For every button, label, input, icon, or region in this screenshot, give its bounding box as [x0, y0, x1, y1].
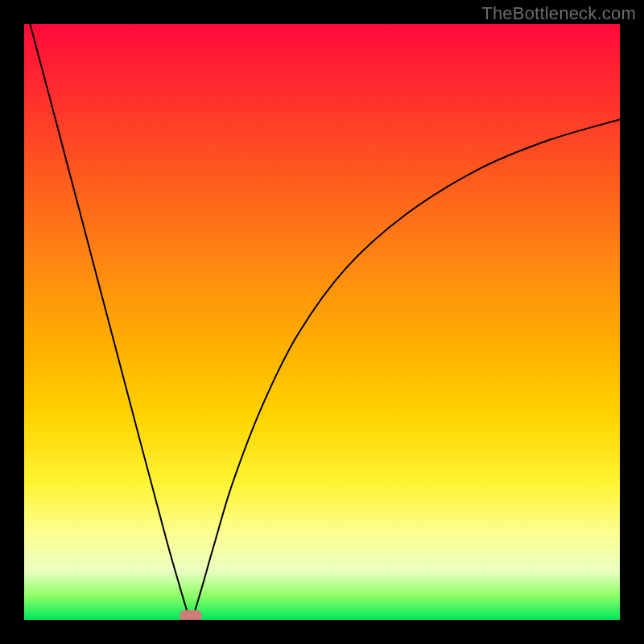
curve-group	[30, 24, 620, 616]
watermark-text: TheBottleneck.com	[481, 3, 636, 24]
curve-left-branch	[30, 24, 188, 616]
bottleneck-curve	[24, 24, 620, 620]
minimum-marker	[180, 610, 202, 620]
curve-right-branch	[193, 119, 620, 615]
chart-frame: TheBottleneck.com	[0, 0, 644, 644]
plot-area	[24, 24, 620, 620]
